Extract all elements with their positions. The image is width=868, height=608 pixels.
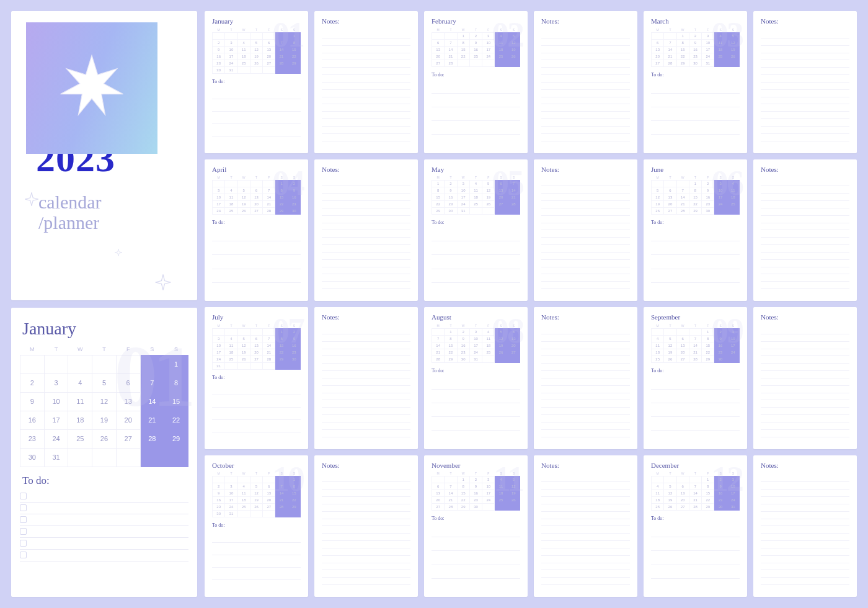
- todo-label: To do:: [22, 475, 188, 487]
- cover-subtitle: calendar /planner: [38, 192, 188, 233]
- month-title: August: [432, 313, 520, 321]
- todo-label: To do:: [432, 72, 520, 78]
- todo-label: To do:: [212, 375, 301, 380]
- month-page: 11NovemberMTWTFSS12345678910111213141516…: [424, 455, 528, 597]
- checkbox-icon: [20, 528, 27, 535]
- month-calendar: MTWTFSS123456789101112131415161718192021…: [651, 472, 740, 511]
- notes-page: Notes:: [314, 11, 418, 153]
- todo-item: [20, 491, 188, 503]
- month-page: 09SeptemberMTWTFSS1234567891011121314151…: [644, 307, 747, 449]
- notes-title: Notes:: [322, 166, 410, 173]
- notes-lines: [761, 179, 849, 297]
- month-page: 03MarchMTWTFSS12345678910111213141516171…: [644, 11, 747, 153]
- month-title: July: [212, 313, 301, 321]
- month-calendar: MTWTFSS123456789101112131415161718192021…: [212, 323, 301, 370]
- notes-lines: [761, 475, 849, 592]
- left-column: 2023 calendar /planner 01 January MTWTFS…: [11, 11, 197, 597]
- checkbox-icon: [20, 493, 27, 499]
- notes-title: Notes:: [541, 462, 630, 469]
- notes-page: Notes:: [534, 11, 637, 153]
- month-title: September: [651, 313, 740, 321]
- notes-lines: [322, 179, 410, 297]
- calendar-planner-template: 2023 calendar /planner 01 January MTWTFS…: [11, 11, 857, 597]
- notes-title: Notes:: [541, 17, 630, 25]
- month-page: 04AprilMTWTFSS12345678910111213141516171…: [205, 159, 308, 302]
- notes-page: Notes:: [534, 159, 637, 302]
- month-page: 02FebruaryMTWTFSS12345678910111213141516…: [424, 11, 528, 153]
- notes-lines: [541, 31, 630, 148]
- notes-lines: [541, 475, 630, 592]
- cover-gradient-panel: [26, 22, 157, 154]
- checkbox-icon: [20, 540, 27, 547]
- month-title: May: [432, 166, 520, 173]
- notes-title: Notes:: [761, 17, 849, 25]
- month-calendar: MTWTFSS123456789101112131415161718192021…: [651, 176, 740, 215]
- month-calendar: MTWTFSS123456789101112131415161718192021…: [432, 176, 520, 215]
- notes-page: Notes:: [753, 11, 857, 153]
- sparkle-icon: [114, 248, 123, 257]
- notes-page: Notes:: [314, 159, 418, 302]
- feature-month-page: 01 January MTWTFSS1234567891011121314151…: [11, 308, 197, 597]
- notes-page: Notes:: [314, 455, 418, 597]
- notes-page: Notes:: [534, 307, 637, 449]
- notes-title: Notes:: [541, 166, 630, 173]
- notes-lines: [761, 31, 849, 148]
- feature-month-calendar: MTWTFSS123456789101112131415161718192021…: [20, 344, 188, 467]
- month-page: 08AugustMTWTFSS1234567891011121314151617…: [424, 307, 528, 449]
- todo-lines: [432, 228, 520, 296]
- checkbox-icon: [20, 516, 27, 523]
- notes-title: Notes:: [761, 313, 849, 321]
- todo-label: To do:: [651, 72, 740, 78]
- todo-lines: [432, 524, 520, 592]
- todo-label: To do:: [212, 220, 301, 225]
- notes-lines: [541, 179, 630, 297]
- todo-lines: [212, 87, 301, 148]
- notes-page: Notes:: [753, 307, 857, 449]
- month-title: October: [212, 462, 301, 469]
- month-title: June: [651, 166, 740, 173]
- month-title: February: [432, 17, 520, 25]
- todo-lines: [651, 524, 740, 592]
- todo-label: To do:: [432, 220, 520, 225]
- todo-lines: [212, 530, 301, 592]
- todo-item: [20, 526, 188, 538]
- notes-page: Notes:: [753, 455, 857, 597]
- month-calendar: MTWTFSS123456789101112131415161718192021…: [432, 323, 520, 363]
- month-page: 01JanuaryMTWTFSS123456789101112131415161…: [205, 11, 308, 153]
- month-page: 10OctoberMTWTFSS123456789101112131415161…: [205, 455, 308, 597]
- todo-lines: [212, 228, 301, 296]
- svg-marker-0: [61, 55, 123, 115]
- notes-lines: [322, 475, 410, 592]
- feature-month-title: January: [22, 319, 188, 339]
- cover-subtitle-line2: /planner: [38, 212, 188, 233]
- month-page: 12DecemberMTWTFSS12345678910111213141516…: [644, 455, 747, 597]
- notes-lines: [761, 327, 849, 444]
- todo-lines: [651, 80, 740, 148]
- todo-lines: [651, 376, 740, 444]
- notes-title: Notes:: [761, 166, 849, 173]
- notes-title: Notes:: [322, 313, 410, 321]
- notes-title: Notes:: [761, 462, 849, 469]
- todo-label: To do:: [432, 368, 520, 373]
- month-page: 07JulyMTWTFSS123456789101112131415161718…: [205, 307, 308, 449]
- todo-lines: [432, 80, 520, 148]
- notes-title: Notes:: [541, 313, 630, 321]
- month-calendar: MTWTFSS123456789101112131415161718192021…: [212, 27, 301, 74]
- month-title: January: [212, 17, 301, 25]
- notes-lines: [322, 31, 410, 148]
- month-calendar: MTWTFSS123456789101112131415161718192021…: [651, 323, 740, 363]
- todo-lines: [432, 376, 520, 444]
- month-title: March: [651, 17, 740, 25]
- sparkle-icon: [154, 273, 172, 292]
- notes-page: Notes:: [534, 455, 637, 597]
- month-calendar: MTWTFSS123456789101112131415161718192021…: [651, 27, 740, 67]
- months-grid: 01JanuaryMTWTFSS123456789101112131415161…: [205, 11, 857, 597]
- notes-title: Notes:: [322, 462, 410, 469]
- cover-subtitle-line1: calendar: [38, 192, 188, 212]
- month-title: December: [651, 462, 740, 469]
- month-calendar: MTWTFSS123456789101112131415161718192021…: [212, 176, 301, 215]
- month-calendar: MTWTFSS123456789101112131415161718192021…: [212, 472, 301, 518]
- todo-label: To do:: [432, 516, 520, 521]
- sparkle-icon: [24, 191, 40, 207]
- month-title: April: [212, 166, 301, 173]
